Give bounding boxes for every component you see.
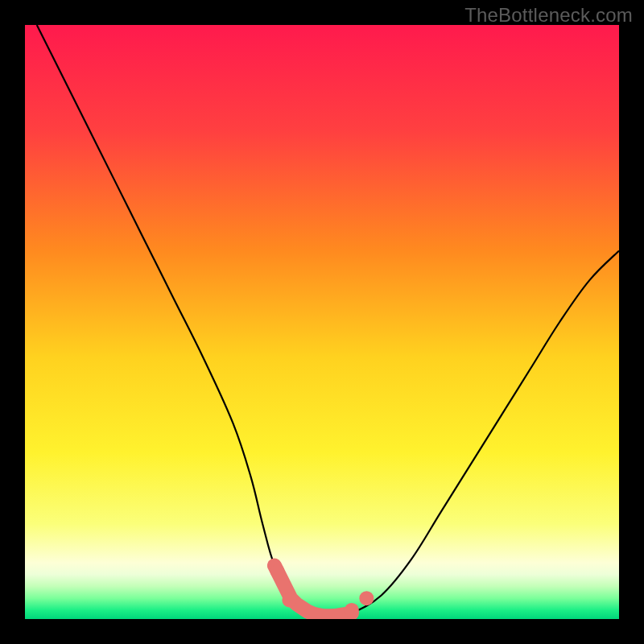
curve-marker xyxy=(359,591,374,605)
curve-marker xyxy=(345,603,359,617)
chart-frame: TheBottleneck.com xyxy=(0,0,644,644)
curve-marker xyxy=(282,592,296,607)
watermark-text: TheBottleneck.com xyxy=(464,4,633,27)
flat-region-marker xyxy=(275,566,352,617)
bottleneck-curve xyxy=(37,25,619,617)
curve-marker xyxy=(270,564,285,579)
curve-layer xyxy=(25,25,619,619)
plot-area xyxy=(25,25,619,619)
